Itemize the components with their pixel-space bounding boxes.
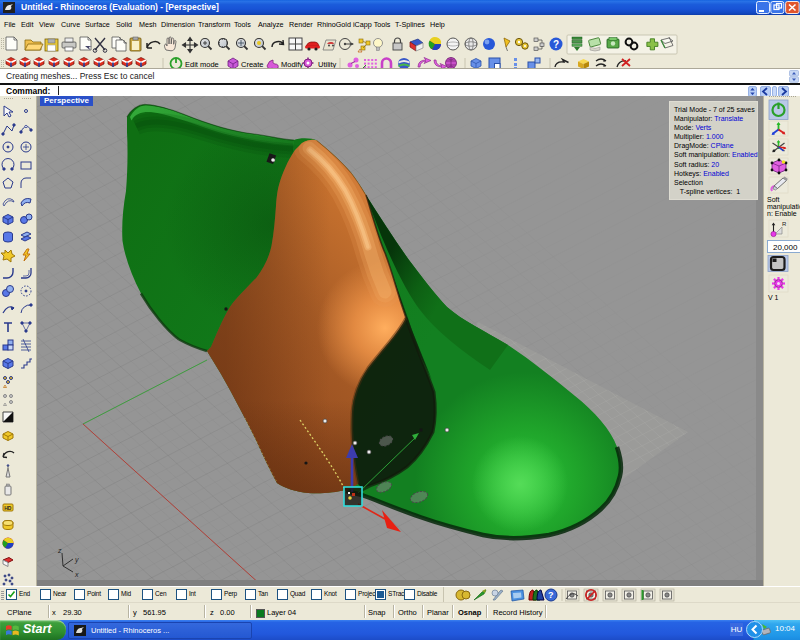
svg-text:Soft: Soft [767,196,780,203]
svg-text:?: ? [553,39,559,50]
svg-text:n: Enable: n: Enable [767,210,797,217]
svg-text:R: R [782,221,787,227]
svg-text:x: x [74,571,79,578]
svg-text:V 1: V 1 [768,294,779,301]
svg-text:HD: HD [4,505,12,511]
svg-text:y: y [74,556,79,564]
svg-text:20,000: 20,000 [773,243,798,252]
svg-text:z: z [57,547,62,554]
svg-text:?: ? [548,590,553,600]
